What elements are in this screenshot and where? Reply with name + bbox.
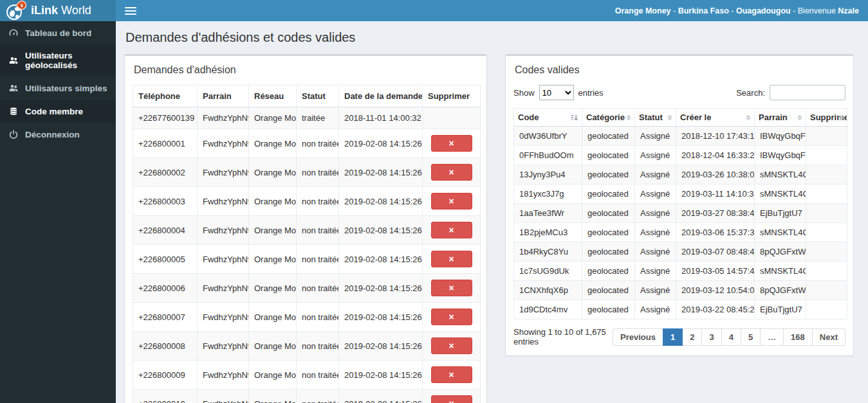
- pagination-item: 1: [663, 328, 683, 346]
- parrain-cell: FwdhzYphN9: [198, 129, 249, 158]
- demandes-column-header: Statut: [297, 85, 339, 107]
- parrain-cell: FwdhzYphN9: [198, 187, 249, 216]
- search-input[interactable]: [770, 85, 845, 100]
- delete-button[interactable]: ×: [431, 222, 472, 238]
- reseau-cell: Orange Money: [249, 245, 297, 274]
- delete-button[interactable]: ×: [431, 193, 472, 210]
- code-cell: 13Jyny3Pu4: [514, 165, 582, 184]
- codes-table-row: 1B2pjeMCu3geolocatedAssigné2019-03-06 15…: [514, 223, 847, 242]
- sort-asc-icon: [570, 113, 578, 121]
- brand-title: iLink World: [31, 4, 91, 17]
- codes-column-header[interactable]: Catégorie: [582, 109, 635, 127]
- pagination-button-1[interactable]: 1: [663, 328, 683, 346]
- supprimer-cell: ×: [423, 129, 481, 158]
- statut-cell: Assigné: [635, 127, 676, 146]
- pagination-button-5[interactable]: 5: [741, 328, 761, 346]
- sidebar-item-utilisateurs-geolocalises[interactable]: Utilisateurs géolocalisés: [0, 44, 116, 76]
- codes-table-row: 0dW36UfbrYgeolocatedAssigné2018-12-10 17…: [514, 127, 847, 146]
- menu-toggle-icon[interactable]: [125, 7, 136, 15]
- search-label: Search:: [736, 88, 765, 98]
- pagination-button-4[interactable]: 4: [721, 328, 741, 346]
- sidebar-item-deconnexion[interactable]: Déconnexion: [0, 123, 116, 146]
- demandes-column-header: Parrain: [198, 85, 249, 107]
- demandes-table-row: +226800008FwdhzYphN9Orange Moneynon trai…: [133, 332, 481, 361]
- codes-column-header[interactable]: Créer le: [676, 109, 755, 127]
- codes-column-header[interactable]: Code: [514, 109, 582, 127]
- statut-cell: Assigné: [635, 223, 676, 242]
- sidebar-item-code-membre[interactable]: Code membre: [0, 100, 116, 123]
- panel-codes-valides: Codes valides Show10entries Search: Code…: [505, 54, 854, 356]
- demandes-table-row: +226800010FwdhzYphN9Orange Moneynon trai…: [133, 390, 481, 403]
- codes-table-row: 13Jyny3Pu4geolocatedAssigné2019-03-26 10…: [514, 165, 847, 184]
- statut-cell: non traitée: [297, 274, 339, 303]
- parrain-cell: 8pQJGFxtWV: [755, 281, 806, 300]
- pagination-button-168[interactable]: 168: [783, 328, 813, 346]
- creer_le-cell: 2019-03-12 10:54:00: [676, 281, 755, 300]
- statut-cell: Assigné: [635, 262, 676, 281]
- pagination-item: 5: [741, 328, 761, 346]
- statut-cell: non traitée: [297, 187, 339, 216]
- supprimer-cell: ×: [423, 187, 481, 216]
- sidebar-item-tableau-de-bord[interactable]: Tableau de bord: [0, 21, 116, 44]
- panel-demandes-title: Demandes d'adhésion: [134, 64, 479, 76]
- parrain-cell: FwdhzYphN9: [198, 332, 249, 361]
- statut-cell: non traitée: [297, 361, 339, 390]
- telephone-cell: +226800005: [133, 245, 198, 274]
- delete-button[interactable]: ×: [431, 366, 472, 383]
- categorie-cell: geolocated: [582, 300, 635, 319]
- logo[interactable]: $ iLink World: [0, 0, 116, 21]
- users-icon: [8, 55, 19, 66]
- supprimer-cell: ×: [423, 390, 481, 403]
- categorie-cell: geolocated: [582, 184, 635, 204]
- parrain-cell: sMNSKTL4OR: [755, 184, 806, 204]
- pagination-item: …: [761, 328, 784, 346]
- sort-both-icon: [797, 114, 802, 120]
- delete-button[interactable]: ×: [431, 251, 472, 267]
- statut-cell: non traitée: [297, 216, 339, 245]
- demandes-table: TéléphoneParrainRéseauStatutDate de la d…: [133, 85, 481, 403]
- code-cell: 1CNXhfqX6p: [514, 281, 582, 300]
- pagination-button-next[interactable]: Next: [812, 328, 845, 346]
- pagination-button-previous[interactable]: Previous: [613, 328, 663, 346]
- pagination-button-2[interactable]: 2: [682, 328, 702, 346]
- sort-both-icon: [746, 114, 751, 120]
- codes-table-row: 181yxc3J7ggeolocatedAssigné2019-03-11 14…: [514, 184, 847, 204]
- codes-column-header[interactable]: Statut: [635, 109, 676, 127]
- statut-cell: Assigné: [635, 242, 676, 262]
- telephone-cell: +226800002: [133, 158, 198, 187]
- supprimer-cell: [806, 146, 847, 165]
- demandes-column-header: Date de la demande: [339, 85, 423, 107]
- codes-column-header[interactable]: Parrain: [755, 109, 806, 127]
- sidebar-item-label: Déconnexion: [25, 130, 80, 139]
- supprimer-cell: [423, 107, 481, 129]
- supprimer-cell: ×: [423, 216, 481, 245]
- statut-cell: non traitée: [297, 129, 339, 158]
- delete-button[interactable]: ×: [431, 337, 472, 354]
- parrain-cell: 8pQJGFxtWV: [755, 242, 806, 262]
- parrain-cell: sMNSKTL4OR: [755, 223, 806, 242]
- delete-button[interactable]: ×: [431, 280, 472, 296]
- categorie-cell: geolocated: [582, 281, 635, 300]
- delete-button[interactable]: ×: [431, 395, 472, 403]
- gauge-icon: [8, 28, 19, 38]
- delete-button[interactable]: ×: [431, 309, 472, 325]
- sidebar-item-utilisateurs-simples[interactable]: Utilisateurs simples: [0, 76, 116, 100]
- delete-button[interactable]: ×: [431, 135, 472, 152]
- demandes-table-row: +226800009FwdhzYphN9Orange Moneynon trai…: [133, 361, 481, 390]
- reseau-cell: Orange Money: [249, 274, 297, 303]
- codes-column-header[interactable]: Supprimer: [806, 109, 847, 127]
- supprimer-cell: ×: [423, 158, 481, 187]
- sidebar-menu: Tableau de bordUtilisateurs géolocalisés…: [0, 21, 116, 146]
- telephone-cell: +22677600139: [133, 107, 198, 129]
- supprimer-cell: [806, 127, 847, 146]
- telephone-cell: +226800006: [133, 274, 198, 303]
- delete-button[interactable]: ×: [431, 164, 472, 181]
- page-length-select[interactable]: 10: [539, 85, 574, 100]
- pagination-button-3[interactable]: 3: [701, 328, 721, 346]
- top-navbar: Orange Money - Burkina Faso - Ouagadougo…: [116, 0, 868, 21]
- demandes-column-header: Supprimer: [423, 85, 481, 107]
- codes-table-row: 1d9CDtc4mvgeolocatedAssigné2019-03-22 08…: [514, 300, 847, 319]
- demandes-column-header: Réseau: [249, 85, 297, 107]
- supprimer-cell: [806, 204, 847, 223]
- pagination: Previous12345…168Next: [613, 328, 845, 346]
